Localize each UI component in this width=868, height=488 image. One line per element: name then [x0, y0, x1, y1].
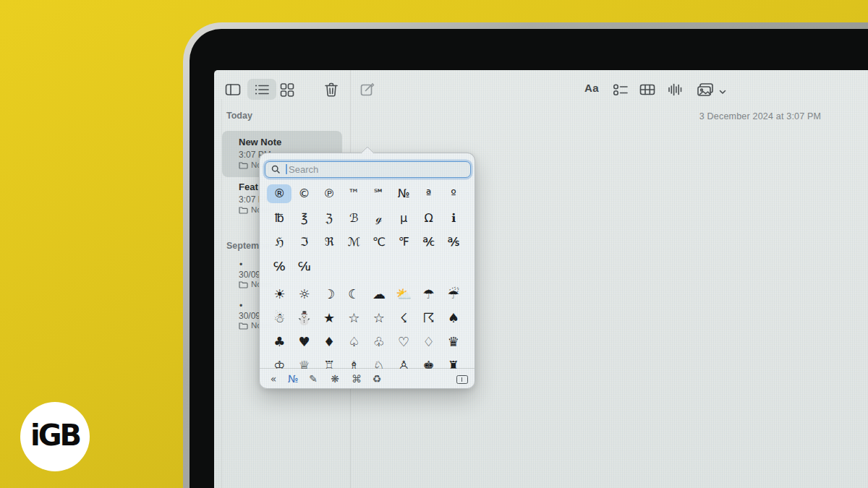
char-cell[interactable]: ª	[416, 184, 441, 203]
char-cell[interactable]: ♧	[367, 333, 391, 351]
char-cell[interactable]: Ω	[416, 209, 441, 228]
char-cell[interactable]: ♠	[441, 309, 466, 328]
sidebar-toggle-icon[interactable]	[224, 80, 242, 99]
gallery-view-icon[interactable]	[278, 80, 297, 99]
char-cell[interactable]: №	[391, 184, 416, 203]
char-cell[interactable]: ℥	[292, 209, 316, 228]
char-cell[interactable]: ℉	[391, 233, 416, 252]
char-cell[interactable]: ♕	[292, 356, 316, 369]
char-cell[interactable]: ♦	[317, 333, 341, 351]
character-picker-popup: ®©℗™℠№ªº ℔℥ℨℬℊµΩℹ ℌℑℜℳ℃℉℀℁ ℅℆ ☀☼☽☾☁⛅☂☔ ☃…	[259, 153, 475, 389]
char-cell[interactable]: ♤	[341, 333, 366, 351]
search-input[interactable]	[289, 162, 466, 176]
char-cell[interactable]: ♙	[391, 356, 416, 369]
char-cell[interactable]: ♘	[367, 356, 391, 369]
char-cell[interactable]: º	[441, 184, 466, 203]
char-cell[interactable]: ℌ	[267, 233, 292, 252]
char-cell[interactable]: ☆	[367, 309, 391, 328]
char-cell[interactable]: ☈	[416, 309, 441, 328]
trash-icon[interactable]	[322, 80, 341, 99]
char-cell[interactable]: ™	[341, 184, 366, 203]
char-cell[interactable]: ℑ	[292, 233, 316, 252]
folder-icon	[239, 206, 248, 214]
search-icon	[271, 165, 281, 174]
format-button[interactable]: Aa	[584, 82, 599, 94]
char-cell[interactable]: ℗	[317, 184, 341, 203]
table-icon[interactable]	[638, 80, 657, 99]
char-cell[interactable]: ℬ	[341, 209, 366, 228]
picker-footer: « № ✎ ❋ ⌘ ♻	[260, 368, 475, 389]
char-cell[interactable]: ♔	[267, 356, 292, 369]
folder-icon	[239, 161, 248, 169]
char-cell[interactable]: µ	[391, 209, 416, 228]
note-title[interactable]: •	[239, 260, 242, 270]
char-cell[interactable]: ♛	[441, 333, 466, 351]
list-view-icon[interactable]	[252, 80, 271, 99]
char-cell[interactable]: ♜	[441, 356, 466, 369]
igb-logo-text: iGB	[30, 419, 80, 455]
media-picker-icon[interactable]	[696, 80, 715, 99]
char-cell[interactable]: ☇	[391, 309, 416, 328]
search-field[interactable]	[265, 161, 471, 178]
char-cell[interactable]: ℜ	[317, 233, 341, 252]
note-date-line: 3 December 2024 at 3:07 PM	[648, 111, 868, 121]
note-title[interactable]: •	[239, 301, 242, 311]
note-time: 30/09	[239, 311, 260, 321]
chevron-down-icon[interactable]	[713, 82, 732, 101]
char-cell[interactable]: ℨ	[317, 209, 341, 228]
char-cell[interactable]: ℳ	[341, 233, 366, 252]
char-cell[interactable]: ♣	[267, 333, 292, 351]
note-title[interactable]: New Note	[239, 137, 281, 147]
note-time: 30/09	[239, 270, 260, 280]
audio-waveform-icon[interactable]	[665, 80, 684, 99]
char-cell[interactable]: ♡	[391, 333, 416, 351]
char-cell[interactable]: ®	[267, 184, 292, 203]
char-cell[interactable]: ☀	[267, 285, 292, 304]
char-cell[interactable]: ℔	[267, 209, 292, 228]
char-cell[interactable]: ℆	[292, 257, 316, 276]
char-cell[interactable]: ⛅	[391, 285, 416, 304]
char-cell[interactable]: ☼	[292, 285, 316, 304]
char-cell[interactable]: ℀	[416, 233, 441, 252]
char-cell[interactable]: ©	[292, 184, 316, 203]
folder-icon	[239, 322, 248, 330]
char-cell[interactable]: ☃	[267, 309, 292, 328]
collapse-chevrons-icon[interactable]: «	[266, 369, 281, 390]
character-grid: ®©℗™℠№ªº ℔℥ℨℬℊµΩℹ ℌℑℜℳ℃℉℀℁ ℅℆ ☀☼☽☾☁⛅☂☔ ☃…	[267, 182, 469, 369]
char-cell[interactable]: ℊ	[367, 209, 391, 228]
char-cell[interactable]: ☾	[341, 285, 366, 304]
char-cell[interactable]: ♥	[292, 333, 316, 351]
char-cell[interactable]: ⛄	[292, 309, 316, 328]
compose-icon[interactable]	[358, 80, 377, 99]
checklist-icon[interactable]	[611, 80, 630, 99]
char-cell[interactable]: ★	[317, 309, 341, 328]
handwriting-pencil-icon[interactable]: ✎	[306, 369, 320, 390]
char-cell[interactable]: ♚	[416, 356, 441, 369]
char-cell[interactable]: ♗	[341, 356, 366, 369]
technical-symbols-icon[interactable]: ⌘	[349, 369, 364, 390]
char-cell[interactable]: ☁	[367, 285, 391, 304]
folder-icon	[239, 281, 248, 288]
stars-bullets-icon[interactable]: ❋	[328, 369, 342, 390]
char-cell[interactable]: ☆	[341, 309, 366, 328]
char-cell[interactable]: ℹ	[441, 209, 466, 228]
expand-character-viewer-icon[interactable]	[456, 375, 468, 384]
popup-arrow	[360, 146, 375, 160]
igb-logo: iGB	[20, 402, 90, 471]
char-cell[interactable]: ☽	[317, 285, 341, 304]
pictographs-icon[interactable]: ♻	[370, 369, 384, 390]
char-cell[interactable]: ℁	[441, 233, 466, 252]
char-cell[interactable]: ℃	[367, 233, 391, 252]
char-cell[interactable]: ℅	[267, 257, 292, 276]
char-cell[interactable]: ☔	[441, 285, 466, 304]
text-caret	[286, 164, 287, 174]
section-header-today: Today	[226, 111, 252, 121]
char-cell[interactable]: ♢	[416, 333, 441, 351]
char-cell[interactable]: ☂	[416, 285, 441, 304]
note-title[interactable]: Feat	[239, 181, 258, 192]
letterlike-symbols-tab-icon[interactable]: №	[286, 369, 300, 390]
char-cell[interactable]: ℠	[367, 184, 391, 203]
char-cell[interactable]: ♖	[317, 356, 341, 369]
macbook-screen: Aa 3 December 2024 at 3:07 PM Today New …	[214, 70, 868, 488]
